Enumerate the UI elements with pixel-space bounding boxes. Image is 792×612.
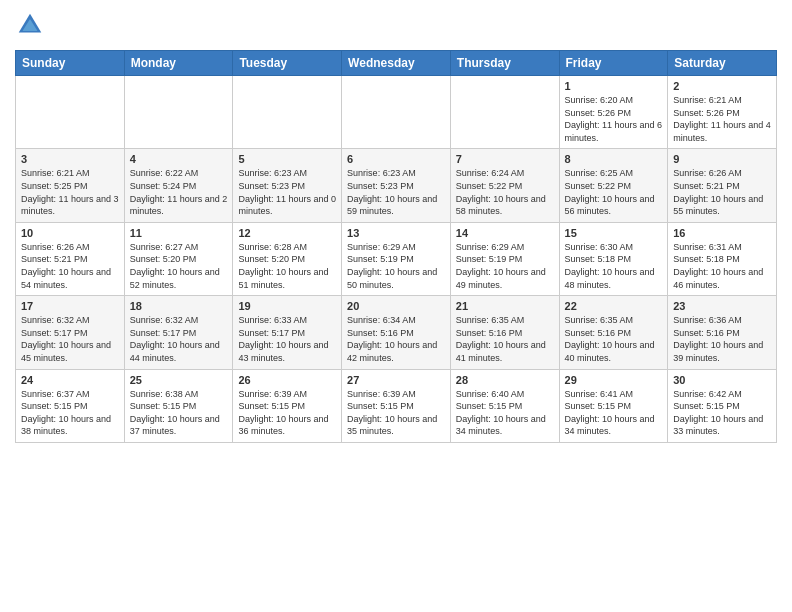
day-info: Sunrise: 6:22 AMSunset: 5:24 PMDaylight:… — [130, 167, 228, 217]
calendar-day-cell: 5Sunrise: 6:23 AMSunset: 5:23 PMDaylight… — [233, 149, 342, 222]
day-number: 21 — [456, 300, 554, 312]
calendar-day-cell: 10Sunrise: 6:26 AMSunset: 5:21 PMDayligh… — [16, 222, 125, 295]
calendar-day-cell: 22Sunrise: 6:35 AMSunset: 5:16 PMDayligh… — [559, 296, 668, 369]
calendar-day-cell: 24Sunrise: 6:37 AMSunset: 5:15 PMDayligh… — [16, 369, 125, 442]
day-number: 9 — [673, 153, 771, 165]
day-number: 5 — [238, 153, 336, 165]
calendar-header-day: Tuesday — [233, 51, 342, 76]
calendar-day-cell: 18Sunrise: 6:32 AMSunset: 5:17 PMDayligh… — [124, 296, 233, 369]
day-number: 28 — [456, 374, 554, 386]
calendar-day-cell: 1Sunrise: 6:20 AMSunset: 5:26 PMDaylight… — [559, 76, 668, 149]
calendar-day-cell: 15Sunrise: 6:30 AMSunset: 5:18 PMDayligh… — [559, 222, 668, 295]
calendar-day-cell: 3Sunrise: 6:21 AMSunset: 5:25 PMDaylight… — [16, 149, 125, 222]
day-number: 16 — [673, 227, 771, 239]
calendar-day-cell: 7Sunrise: 6:24 AMSunset: 5:22 PMDaylight… — [450, 149, 559, 222]
day-info: Sunrise: 6:35 AMSunset: 5:16 PMDaylight:… — [456, 314, 554, 364]
calendar-day-cell — [124, 76, 233, 149]
day-number: 4 — [130, 153, 228, 165]
calendar-header-day: Wednesday — [342, 51, 451, 76]
calendar-day-cell: 23Sunrise: 6:36 AMSunset: 5:16 PMDayligh… — [668, 296, 777, 369]
day-info: Sunrise: 6:23 AMSunset: 5:23 PMDaylight:… — [347, 167, 445, 217]
calendar-day-cell: 28Sunrise: 6:40 AMSunset: 5:15 PMDayligh… — [450, 369, 559, 442]
calendar-day-cell — [342, 76, 451, 149]
day-info: Sunrise: 6:24 AMSunset: 5:22 PMDaylight:… — [456, 167, 554, 217]
day-number: 2 — [673, 80, 771, 92]
day-number: 15 — [565, 227, 663, 239]
day-number: 1 — [565, 80, 663, 92]
day-info: Sunrise: 6:42 AMSunset: 5:15 PMDaylight:… — [673, 388, 771, 438]
day-number: 18 — [130, 300, 228, 312]
calendar-day-cell: 16Sunrise: 6:31 AMSunset: 5:18 PMDayligh… — [668, 222, 777, 295]
day-info: Sunrise: 6:32 AMSunset: 5:17 PMDaylight:… — [21, 314, 119, 364]
calendar-day-cell: 11Sunrise: 6:27 AMSunset: 5:20 PMDayligh… — [124, 222, 233, 295]
day-info: Sunrise: 6:25 AMSunset: 5:22 PMDaylight:… — [565, 167, 663, 217]
calendar-header-row: SundayMondayTuesdayWednesdayThursdayFrid… — [16, 51, 777, 76]
calendar-day-cell: 25Sunrise: 6:38 AMSunset: 5:15 PMDayligh… — [124, 369, 233, 442]
calendar-header-day: Friday — [559, 51, 668, 76]
day-info: Sunrise: 6:29 AMSunset: 5:19 PMDaylight:… — [347, 241, 445, 291]
day-info: Sunrise: 6:34 AMSunset: 5:16 PMDaylight:… — [347, 314, 445, 364]
day-info: Sunrise: 6:23 AMSunset: 5:23 PMDaylight:… — [238, 167, 336, 217]
day-number: 11 — [130, 227, 228, 239]
calendar: SundayMondayTuesdayWednesdayThursdayFrid… — [15, 50, 777, 443]
day-info: Sunrise: 6:37 AMSunset: 5:15 PMDaylight:… — [21, 388, 119, 438]
calendar-week-row: 1Sunrise: 6:20 AMSunset: 5:26 PMDaylight… — [16, 76, 777, 149]
day-number: 23 — [673, 300, 771, 312]
calendar-header-day: Monday — [124, 51, 233, 76]
calendar-day-cell: 29Sunrise: 6:41 AMSunset: 5:15 PMDayligh… — [559, 369, 668, 442]
day-info: Sunrise: 6:41 AMSunset: 5:15 PMDaylight:… — [565, 388, 663, 438]
day-info: Sunrise: 6:36 AMSunset: 5:16 PMDaylight:… — [673, 314, 771, 364]
day-info: Sunrise: 6:39 AMSunset: 5:15 PMDaylight:… — [238, 388, 336, 438]
calendar-week-row: 24Sunrise: 6:37 AMSunset: 5:15 PMDayligh… — [16, 369, 777, 442]
calendar-header-day: Thursday — [450, 51, 559, 76]
day-number: 3 — [21, 153, 119, 165]
calendar-day-cell: 8Sunrise: 6:25 AMSunset: 5:22 PMDaylight… — [559, 149, 668, 222]
day-info: Sunrise: 6:35 AMSunset: 5:16 PMDaylight:… — [565, 314, 663, 364]
page: SundayMondayTuesdayWednesdayThursdayFrid… — [0, 0, 792, 612]
day-info: Sunrise: 6:32 AMSunset: 5:17 PMDaylight:… — [130, 314, 228, 364]
header — [15, 10, 777, 40]
day-info: Sunrise: 6:26 AMSunset: 5:21 PMDaylight:… — [673, 167, 771, 217]
logo — [15, 10, 49, 40]
day-number: 29 — [565, 374, 663, 386]
day-info: Sunrise: 6:39 AMSunset: 5:15 PMDaylight:… — [347, 388, 445, 438]
calendar-day-cell: 13Sunrise: 6:29 AMSunset: 5:19 PMDayligh… — [342, 222, 451, 295]
day-info: Sunrise: 6:27 AMSunset: 5:20 PMDaylight:… — [130, 241, 228, 291]
day-info: Sunrise: 6:26 AMSunset: 5:21 PMDaylight:… — [21, 241, 119, 291]
calendar-day-cell: 17Sunrise: 6:32 AMSunset: 5:17 PMDayligh… — [16, 296, 125, 369]
day-info: Sunrise: 6:31 AMSunset: 5:18 PMDaylight:… — [673, 241, 771, 291]
day-number: 12 — [238, 227, 336, 239]
calendar-day-cell: 26Sunrise: 6:39 AMSunset: 5:15 PMDayligh… — [233, 369, 342, 442]
day-number: 22 — [565, 300, 663, 312]
day-info: Sunrise: 6:20 AMSunset: 5:26 PMDaylight:… — [565, 94, 663, 144]
calendar-header-day: Saturday — [668, 51, 777, 76]
day-info: Sunrise: 6:38 AMSunset: 5:15 PMDaylight:… — [130, 388, 228, 438]
day-number: 30 — [673, 374, 771, 386]
day-number: 26 — [238, 374, 336, 386]
calendar-day-cell: 19Sunrise: 6:33 AMSunset: 5:17 PMDayligh… — [233, 296, 342, 369]
day-number: 27 — [347, 374, 445, 386]
calendar-day-cell: 9Sunrise: 6:26 AMSunset: 5:21 PMDaylight… — [668, 149, 777, 222]
day-info: Sunrise: 6:28 AMSunset: 5:20 PMDaylight:… — [238, 241, 336, 291]
day-number: 19 — [238, 300, 336, 312]
day-info: Sunrise: 6:30 AMSunset: 5:18 PMDaylight:… — [565, 241, 663, 291]
day-number: 14 — [456, 227, 554, 239]
day-number: 17 — [21, 300, 119, 312]
calendar-day-cell: 20Sunrise: 6:34 AMSunset: 5:16 PMDayligh… — [342, 296, 451, 369]
calendar-day-cell: 4Sunrise: 6:22 AMSunset: 5:24 PMDaylight… — [124, 149, 233, 222]
calendar-week-row: 10Sunrise: 6:26 AMSunset: 5:21 PMDayligh… — [16, 222, 777, 295]
calendar-week-row: 17Sunrise: 6:32 AMSunset: 5:17 PMDayligh… — [16, 296, 777, 369]
day-number: 24 — [21, 374, 119, 386]
calendar-day-cell: 21Sunrise: 6:35 AMSunset: 5:16 PMDayligh… — [450, 296, 559, 369]
day-info: Sunrise: 6:29 AMSunset: 5:19 PMDaylight:… — [456, 241, 554, 291]
day-number: 8 — [565, 153, 663, 165]
calendar-day-cell: 27Sunrise: 6:39 AMSunset: 5:15 PMDayligh… — [342, 369, 451, 442]
logo-icon — [15, 10, 45, 40]
day-info: Sunrise: 6:21 AMSunset: 5:26 PMDaylight:… — [673, 94, 771, 144]
day-info: Sunrise: 6:40 AMSunset: 5:15 PMDaylight:… — [456, 388, 554, 438]
calendar-header-day: Sunday — [16, 51, 125, 76]
day-number: 20 — [347, 300, 445, 312]
calendar-day-cell: 2Sunrise: 6:21 AMSunset: 5:26 PMDaylight… — [668, 76, 777, 149]
day-info: Sunrise: 6:21 AMSunset: 5:25 PMDaylight:… — [21, 167, 119, 217]
calendar-week-row: 3Sunrise: 6:21 AMSunset: 5:25 PMDaylight… — [16, 149, 777, 222]
